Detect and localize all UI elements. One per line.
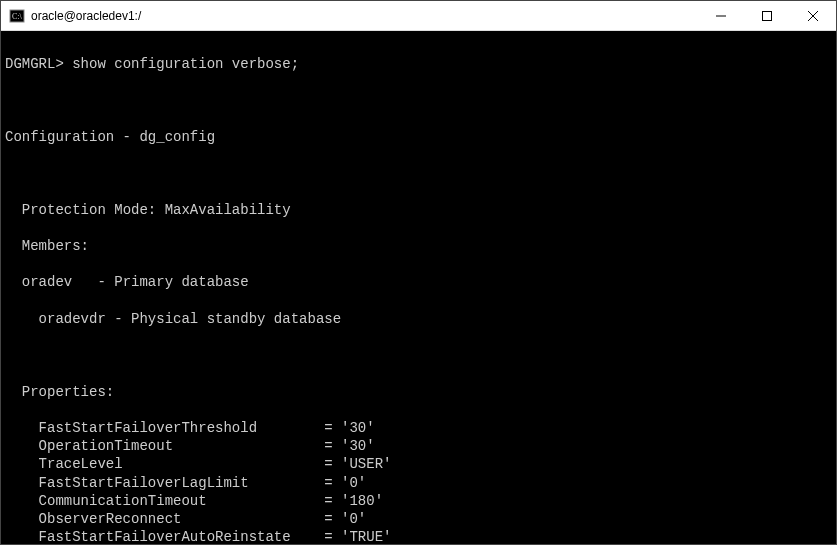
close-button[interactable]	[790, 1, 836, 30]
protection-mode-label: Protection Mode:	[22, 202, 156, 218]
titlebar[interactable]: C:\ oracle@oracledev1:/	[1, 1, 836, 31]
svg-rect-3	[763, 11, 772, 20]
member-role: Physical standby database	[131, 311, 341, 327]
config-header: Configuration - dg_config	[5, 128, 832, 146]
command-text: show configuration verbose;	[72, 56, 299, 72]
svg-text:C:\: C:\	[12, 12, 23, 21]
member-row: oradevdr - Physical standby database	[5, 310, 832, 328]
member-role: Primary database	[114, 274, 248, 290]
terminal-window: C:\ oracle@oracledev1:/ DGMGRL> show con…	[0, 0, 837, 545]
protection-mode-line: Protection Mode: MaxAvailability	[5, 201, 832, 219]
member-row: oradev - Primary database	[5, 273, 832, 291]
property-row: CommunicationTimeout = '180'	[5, 492, 832, 510]
maximize-button[interactable]	[744, 1, 790, 30]
protection-mode-value: MaxAvailability	[165, 202, 291, 218]
window-controls	[698, 1, 836, 30]
app-icon: C:\	[9, 8, 25, 24]
members-label: Members:	[5, 237, 832, 255]
property-row: FastStartFailoverAutoReinstate = 'TRUE'	[5, 528, 832, 544]
properties-label: Properties:	[5, 383, 832, 401]
prompt: DGMGRL>	[5, 56, 64, 72]
member-name: oradevdr	[39, 311, 106, 327]
prompt-line: DGMGRL> show configuration verbose;	[5, 55, 832, 73]
minimize-button[interactable]	[698, 1, 744, 30]
window-title: oracle@oracledev1:/	[31, 9, 698, 23]
member-name: oradev	[22, 274, 72, 290]
terminal-area[interactable]: DGMGRL> show configuration verbose; Conf…	[1, 31, 836, 544]
blank-line	[5, 92, 832, 110]
property-row: OperationTimeout = '30'	[5, 437, 832, 455]
property-row: FastStartFailoverThreshold = '30'	[5, 419, 832, 437]
property-row: FastStartFailoverLagLimit = '0'	[5, 474, 832, 492]
property-row: TraceLevel = 'USER'	[5, 455, 832, 473]
property-row: ObserverReconnect = '0'	[5, 510, 832, 528]
blank-line	[5, 346, 832, 364]
blank-line	[5, 164, 832, 182]
